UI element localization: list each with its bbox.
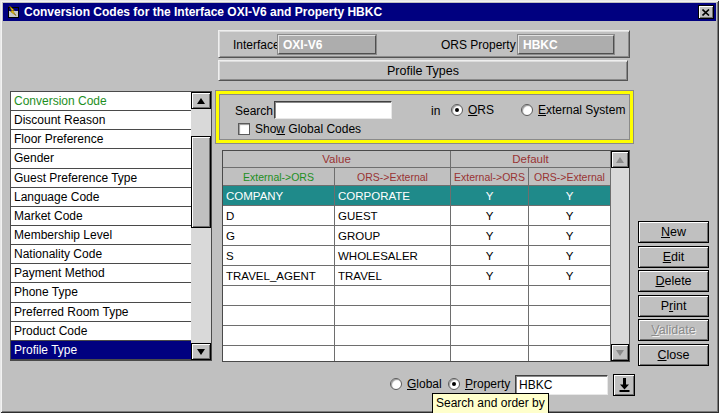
table-scroll-down-button[interactable] — [611, 344, 629, 361]
close-window-button[interactable]: Close — [638, 344, 709, 366]
list-item-selected[interactable]: Profile Type — [11, 341, 191, 360]
cell[interactable]: Y — [529, 266, 611, 286]
print-button[interactable]: Print — [638, 295, 709, 317]
cell[interactable]: GROUP — [335, 226, 451, 246]
col-header-external-ors: External->ORS — [223, 168, 335, 186]
show-global-codes-checkbox[interactable]: Show Global Codes — [238, 122, 361, 136]
table-row[interactable]: D GUEST Y Y — [223, 206, 611, 226]
title-bar[interactable]: Conversion Codes for the Interface OXI-V… — [3, 3, 716, 21]
cell[interactable]: Y — [529, 226, 611, 246]
cell[interactable]: G — [223, 226, 335, 246]
interface-panel: Interface OXI-V6 ORS Property HBKC — [218, 30, 630, 58]
list-item[interactable]: Phone Type — [11, 283, 191, 302]
table-row-empty[interactable] — [223, 286, 611, 306]
show-global-codes-label: Show Global Codes — [255, 122, 361, 136]
close-button[interactable] — [698, 5, 714, 19]
radio-global-icon — [390, 378, 402, 390]
col-header-default-external-ors: External->ORS — [451, 168, 529, 186]
table-column-header-row: External->ORS ORS->External External->OR… — [223, 168, 611, 186]
cell[interactable]: COMPANY — [223, 186, 335, 206]
list-item[interactable]: Payment Method — [11, 264, 191, 283]
radio-property[interactable]: Property — [448, 377, 510, 391]
validate-button: Validate — [638, 319, 709, 341]
edit-button[interactable]: Edit — [638, 246, 709, 268]
close-icon — [702, 9, 710, 16]
cell[interactable]: TRAVEL — [335, 266, 451, 286]
table-row-empty[interactable] — [223, 346, 611, 362]
radio-property-icon — [448, 378, 460, 390]
conversion-code-list: Conversion Code Discount Reason Floor Pr… — [10, 91, 212, 361]
search-input[interactable] — [274, 101, 392, 119]
app-icon — [6, 5, 20, 19]
search-label: Search — [235, 104, 273, 118]
table-row-empty[interactable] — [223, 326, 611, 346]
window-title: Conversion Codes for the Interface OXI-V… — [24, 5, 382, 19]
checkbox-icon — [238, 123, 250, 135]
list-item[interactable]: Discount Reason — [11, 111, 191, 130]
cell[interactable]: Y — [451, 266, 529, 286]
table-group-header-row: Value Default — [223, 151, 611, 168]
arrow-down-to-bar-icon — [619, 378, 630, 392]
radio-ors-icon — [451, 104, 463, 116]
table-scrollbar[interactable] — [611, 151, 629, 361]
table-row[interactable]: G GROUP Y Y — [223, 226, 611, 246]
col-header-ors-external: ORS->External — [335, 168, 451, 186]
scroll-down-button[interactable] — [191, 343, 211, 360]
conversion-table: Value Default External->ORS ORS->Externa… — [222, 150, 630, 362]
list-item[interactable]: Nationality Code — [11, 245, 191, 264]
radio-external-label: External System — [538, 103, 625, 117]
ors-property-field: HBKC — [518, 35, 614, 54]
table-row-selected[interactable]: COMPANY CORPORATE Y Y — [223, 186, 611, 206]
cell[interactable]: GUEST — [335, 206, 451, 226]
cell[interactable]: WHOLESALER — [335, 246, 451, 266]
new-button[interactable]: New — [638, 221, 709, 243]
list-item[interactable]: Gender — [11, 149, 191, 168]
cell[interactable]: TRAVEL_AGENT — [223, 266, 335, 286]
table-row-empty[interactable] — [223, 306, 611, 326]
list-item[interactable]: Market Code — [11, 207, 191, 226]
arrow-down-icon — [197, 349, 205, 355]
section-title: Profile Types — [218, 60, 628, 81]
list-item[interactable]: Membership Level — [11, 226, 191, 245]
list-item[interactable]: Preferred Room Type — [11, 303, 191, 322]
window: Conversion Codes for the Interface OXI-V… — [0, 0, 719, 413]
list-item[interactable]: Guest Preference Type — [11, 169, 191, 188]
cell[interactable]: Y — [451, 186, 529, 206]
table-scroll-up-button[interactable] — [611, 151, 629, 168]
cell[interactable]: Y — [529, 206, 611, 226]
list-scrollbar[interactable] — [191, 92, 211, 360]
interface-field: OXI-V6 — [278, 35, 376, 54]
radio-external-icon — [521, 104, 533, 116]
list-item[interactable]: Language Code — [11, 188, 191, 207]
cell[interactable]: Y — [451, 226, 529, 246]
group-header-default: Default — [451, 151, 611, 168]
arrow-down-icon — [616, 350, 624, 356]
lov-button[interactable] — [613, 374, 635, 396]
radio-external-system[interactable]: External System — [521, 103, 625, 117]
cell[interactable]: D — [223, 206, 335, 226]
radio-global[interactable]: Global — [390, 377, 442, 391]
radio-ors-label: ORS — [468, 103, 494, 117]
cell[interactable]: Y — [529, 186, 611, 206]
delete-button[interactable]: Delete — [638, 270, 709, 292]
list-item[interactable]: Product Code — [11, 322, 191, 341]
cell[interactable]: Y — [451, 246, 529, 266]
arrow-up-icon — [197, 98, 205, 104]
scrollbar-thumb[interactable] — [191, 136, 211, 228]
arrow-up-icon — [616, 157, 624, 163]
scroll-up-button[interactable] — [191, 92, 211, 109]
property-input[interactable] — [515, 375, 608, 395]
list-item[interactable]: Floor Preference — [11, 130, 191, 149]
tooltip: Search and order by — [432, 393, 549, 413]
radio-property-label: Property — [465, 377, 510, 391]
cell[interactable]: CORPORATE — [335, 186, 451, 206]
ors-property-label: ORS Property — [441, 38, 516, 52]
table-row[interactable]: S WHOLESALER Y Y — [223, 246, 611, 266]
search-in-label: in — [431, 104, 440, 118]
list-header: Conversion Code — [11, 92, 191, 111]
cell[interactable]: S — [223, 246, 335, 266]
cell[interactable]: Y — [451, 206, 529, 226]
table-row[interactable]: TRAVEL_AGENT TRAVEL Y Y — [223, 266, 611, 286]
radio-ors[interactable]: ORS — [451, 103, 494, 117]
cell[interactable]: Y — [529, 246, 611, 266]
